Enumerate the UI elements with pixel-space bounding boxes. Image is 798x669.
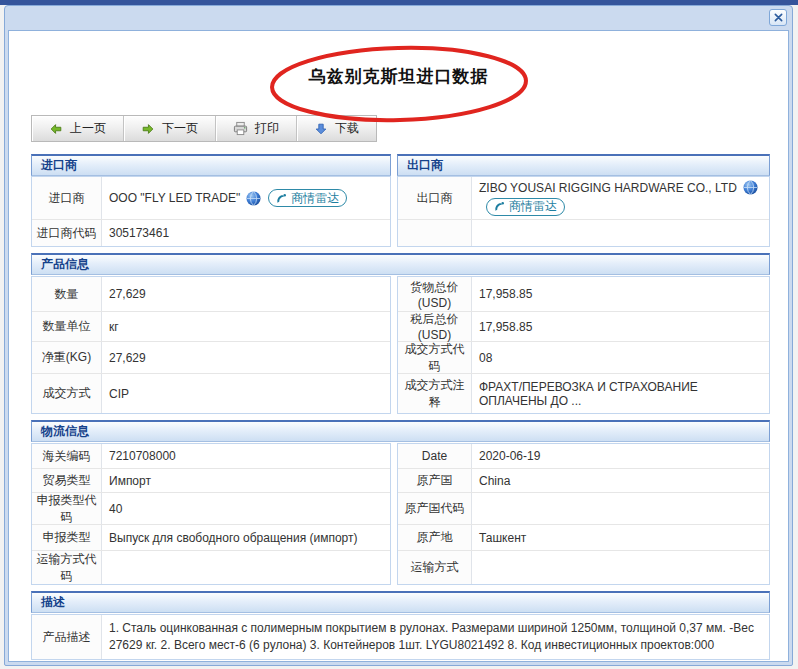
table-row: 贸易类型 Импорт (32, 468, 390, 492)
globe-icon[interactable] (246, 191, 261, 206)
globe-icon[interactable] (743, 180, 758, 195)
table-row: 原产国 China (398, 468, 769, 492)
transport-mode-label: 运输方式 (398, 551, 472, 584)
table-row: 税后总价 (USD) 17,958.85 (398, 311, 769, 341)
table-row: Date 2020-06-19 (398, 444, 769, 468)
table-row: 成交方式注释 ФРАХТ/ПЕРЕВОЗКА И СТРАХОВАНИЕ ОПЛ… (398, 373, 769, 413)
table-row: 货物总价 (USD) 17,958.85 (398, 277, 769, 311)
incoterm-value: CIP (109, 387, 129, 401)
quantity-unit-label: 数量单位 (32, 312, 102, 341)
table-row (398, 219, 769, 246)
table-row: 申报类型代码 40 (32, 492, 390, 524)
section-logistics: 物流信息 海关编码 7210708000 贸易类型 Импорт 申报类型代码 (31, 420, 770, 585)
incoterm-note-label: 成交方式注释 (398, 374, 472, 413)
origin-place-value: Ташкент (479, 531, 526, 545)
section-description: 描述 产品描述 1. Сталь оцинкованная с полимерн… (31, 591, 770, 660)
hs-code-label: 海关编码 (32, 444, 102, 468)
exporter-table: 出口商 ZIBO YOUSAI RIGGING HARDWARE CO., LT… (397, 176, 770, 247)
logistics-left-table: 海关编码 7210708000 贸易类型 Импорт 申报类型代码 40 (31, 443, 391, 585)
prev-page-button[interactable]: 上一页 (32, 116, 124, 141)
printer-icon (233, 121, 248, 136)
table-row: 进口商代码 305173461 (32, 219, 390, 246)
product-description-value: 1. Сталь оцинкованная с полимерным покры… (109, 620, 762, 655)
close-button[interactable] (769, 9, 787, 26)
business-radar-label: 商情雷达 (509, 198, 557, 215)
table-row: 成交方式代码 08 (398, 341, 769, 373)
origin-country-code-label: 原产国代码 (398, 493, 472, 524)
table-row: 出口商 ZIBO YOUSAI RIGGING HARDWARE CO., LT… (398, 177, 769, 219)
table-row: 净重(KG) 27,629 (32, 341, 390, 373)
radar-icon (276, 193, 287, 204)
hs-code-value: 7210708000 (109, 449, 176, 463)
empty-label (398, 220, 472, 246)
trade-type-value: Импорт (109, 474, 151, 488)
detail-content: 进口商 进口商 OOO "FLY LED TRADE" (31, 154, 770, 660)
radar-icon (494, 201, 505, 212)
exporter-label: 出口商 (398, 177, 472, 219)
arrow-left-icon (49, 122, 63, 136)
transport-code-label: 运输方式代码 (32, 551, 102, 584)
product-section-header: 产品信息 (31, 253, 770, 275)
logistics-right-table: Date 2020-06-19 原产国 China 原产国代码 原产地 (397, 443, 770, 585)
total-value: 17,958.85 (479, 287, 532, 301)
importer-section-header: 进口商 (31, 154, 391, 176)
table-row: 产品描述 1. Сталь оцинкованная с полимерным … (32, 615, 769, 659)
section-product: 产品信息 数量 27,629 数量单位 кг 净重(KG) 2 (31, 253, 770, 414)
table-row: 运输方式代码 (32, 550, 390, 584)
trade-type-label: 贸易类型 (32, 469, 102, 492)
total-value-label: 货物总价 (USD) (398, 277, 472, 311)
business-radar-button[interactable]: 商情雷达 (486, 198, 565, 216)
table-row: 成交方式 CIP (32, 373, 390, 413)
table-row: 运输方式 (398, 550, 769, 584)
business-radar-label: 商情雷达 (291, 190, 339, 207)
net-weight-value: 27,629 (109, 351, 146, 365)
title-area: 乌兹别克斯坦进口数据 (9, 47, 788, 105)
declaration-code-value: 40 (109, 502, 122, 516)
dialog-body: 乌兹别克斯坦进口数据 上一页 下一页 (8, 30, 789, 662)
quantity-label: 数量 (32, 277, 102, 311)
product-left-table: 数量 27,629 数量单位 кг 净重(KG) 27,629 成交方式 (31, 276, 391, 414)
exporter-name: ZIBO YOUSAI RIGGING HARDWARE CO., LTD (479, 181, 737, 195)
incoterm-code-label: 成交方式代码 (398, 342, 472, 373)
date-value: 2020-06-19 (479, 449, 540, 463)
declaration-type-label: 申报类型 (32, 525, 102, 550)
section-parties: 进口商 进口商 OOO "FLY LED TRADE" (31, 154, 770, 247)
after-tax-value: 17,958.85 (479, 320, 532, 334)
close-icon (774, 13, 783, 22)
incoterm-code-value: 08 (479, 351, 492, 365)
importer-table: 进口商 OOO "FLY LED TRADE" (31, 176, 391, 247)
table-row: 海关编码 7210708000 (32, 444, 390, 468)
product-description-label: 产品描述 (32, 615, 102, 659)
table-row: 进口商 OOO "FLY LED TRADE" (32, 177, 390, 219)
quantity-unit-value: кг (109, 320, 119, 334)
next-page-label: 下一页 (162, 120, 198, 137)
declaration-code-label: 申报类型代码 (32, 493, 102, 524)
declaration-type-value: Выпуск для свободного обращения (импорт) (109, 531, 358, 545)
business-radar-button[interactable]: 商情雷达 (268, 189, 347, 207)
table-row: 数量单位 кг (32, 311, 390, 341)
origin-country-label: 原产国 (398, 469, 472, 492)
exporter-section-header: 出口商 (397, 154, 770, 176)
description-section-header: 描述 (31, 591, 770, 613)
arrow-right-icon (141, 122, 155, 136)
incoterm-label: 成交方式 (32, 374, 102, 413)
date-label: Date (398, 444, 472, 468)
table-row: 数量 27,629 (32, 277, 390, 311)
quantity-value: 27,629 (109, 287, 146, 301)
importer-label: 进口商 (32, 177, 102, 219)
table-row: 原产地 Ташкент (398, 524, 769, 550)
origin-country-value: China (479, 474, 510, 488)
table-row: 申报类型 Выпуск для свободного обращения (им… (32, 524, 390, 550)
prev-page-label: 上一页 (70, 120, 106, 137)
table-row: 原产国代码 (398, 492, 769, 524)
origin-place-label: 原产地 (398, 525, 472, 550)
after-tax-label: 税后总价 (USD) (398, 312, 472, 341)
importer-code-label: 进口商代码 (32, 220, 102, 246)
next-page-button[interactable]: 下一页 (124, 116, 216, 141)
importer-name: OOO "FLY LED TRADE" (109, 191, 240, 205)
description-table: 产品描述 1. Сталь оцинкованная с полимерным … (31, 614, 770, 660)
incoterm-note-value: ФРАХТ/ПЕРЕВОЗКА И СТРАХОВАНИЕ ОПЛАЧЕНЫ Д… (479, 380, 762, 408)
page-title: 乌兹别克斯坦进口数据 (9, 65, 788, 88)
import-data-dialog: 乌兹别克斯坦进口数据 上一页 下一页 (4, 5, 793, 666)
net-weight-label: 净重(KG) (32, 342, 102, 373)
